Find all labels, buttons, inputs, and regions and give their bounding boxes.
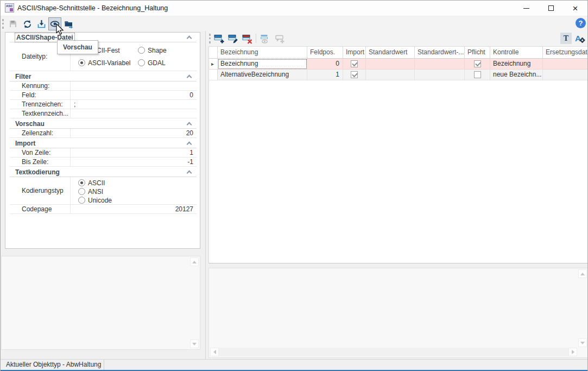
- import-checkbox[interactable]: [351, 71, 358, 78]
- column-header-standardwert2[interactable]: Standardwert-...: [415, 47, 465, 59]
- zeilenzahl-field[interactable]: 20: [71, 129, 197, 137]
- title-bar: ASC ASCII/Shape-Schnittstelle - Bezeichn…: [1, 1, 587, 16]
- scroll-down-button[interactable]: [578, 338, 587, 347]
- collapse-chevron-icon[interactable]: [187, 36, 192, 41]
- horizontal-scrollbar[interactable]: [210, 348, 577, 356]
- column-header-pflicht[interactable]: Pflicht: [465, 47, 490, 59]
- trennzeichen-row: Trennzeichen: ;: [10, 100, 197, 109]
- minimize-icon: [523, 8, 529, 9]
- collapse-chevron-icon[interactable]: [187, 75, 192, 80]
- vertical-scrollbar[interactable]: [189, 257, 199, 348]
- section-header-import[interactable]: Import: [10, 139, 197, 148]
- scroll-right-button[interactable]: [568, 348, 577, 356]
- trennzeichen-field[interactable]: ;: [71, 100, 197, 109]
- cell-pflicht[interactable]: [465, 70, 490, 80]
- pflicht-checkbox[interactable]: [474, 71, 481, 78]
- section-title: Import: [15, 139, 35, 148]
- zeilenzahl-label: Zeilenzahl:: [10, 129, 71, 137]
- cell-kontrolle[interactable]: Bezeichnung: [490, 59, 543, 70]
- section-header-ascii-shape-datei[interactable]: ASCII/Shape-Datei: [10, 33, 197, 42]
- radio-ascii[interactable]: ASCII: [78, 179, 105, 187]
- scroll-up-button[interactable]: [190, 257, 199, 266]
- cell-feldpos[interactable]: 0: [307, 59, 343, 70]
- trennzeichen-label: Trennzeichen:: [10, 100, 71, 109]
- cell-standardwert[interactable]: [366, 59, 415, 70]
- codepage-field[interactable]: 20127: [71, 205, 197, 213]
- column-header-kontrolle[interactable]: Kontrolle: [490, 47, 543, 59]
- column-header-bezeichnung[interactable]: Bezeichnung: [218, 47, 307, 59]
- status-separator: [104, 360, 104, 370]
- panel-splitter[interactable]: [205, 31, 206, 359]
- cell-bezeichnung[interactable]: Bezeichnung: [218, 59, 307, 70]
- cell-import[interactable]: [343, 70, 366, 80]
- table-row[interactable]: ▸ Bezeichnung 0 Bezeichnung: [209, 59, 588, 70]
- radio-unicode[interactable]: Unicode: [78, 196, 112, 204]
- von-zeile-field[interactable]: 1: [71, 148, 197, 157]
- help-button[interactable]: ?: [576, 18, 586, 28]
- app-icon-label: ASC: [6, 4, 13, 8]
- toolbar-drag-handle[interactable]: [2, 19, 4, 29]
- section-header-filter[interactable]: Filter: [10, 72, 197, 81]
- cell-kontrolle[interactable]: neue Bezeichn...: [490, 70, 543, 80]
- close-button[interactable]: ×: [563, 1, 587, 16]
- vertical-scrollbar[interactable]: [578, 269, 587, 347]
- grid-header-row: Bezeichnung Feldpos. Import Standardwert…: [209, 47, 588, 59]
- section-ascii-shape-datei: ASCII/Shape-Datei Dateityp: ASCII-Fest S…: [5, 33, 200, 71]
- cell-import[interactable]: [343, 59, 366, 70]
- preview-rows-button[interactable]: [258, 32, 271, 45]
- scroll-up-button[interactable]: [578, 269, 587, 278]
- radio-label: Shape: [148, 46, 167, 55]
- save-button[interactable]: [7, 17, 20, 30]
- radio-ascii-variabel[interactable]: ASCII-Variabel: [78, 59, 130, 67]
- cell-standardwert[interactable]: [366, 70, 415, 80]
- cell-pflicht[interactable]: [465, 59, 490, 70]
- textkennzeichen-field[interactable]: [71, 109, 197, 118]
- attribute-settings-button[interactable]: A: [573, 32, 586, 45]
- grid-toolbar-drag-handle[interactable]: [209, 34, 211, 43]
- radio-icon: [138, 47, 145, 54]
- column-header-standardwert[interactable]: Standardwert: [366, 47, 415, 59]
- cell-ersetzungsdaten[interactable]: [543, 59, 588, 70]
- bis-zeile-field[interactable]: -1: [71, 158, 197, 166]
- add-row-button[interactable]: [212, 32, 225, 45]
- collapse-chevron-icon[interactable]: [187, 142, 192, 147]
- cell-feldpos[interactable]: 1: [307, 70, 343, 80]
- scroll-left-button[interactable]: [210, 348, 219, 356]
- collapse-chevron-icon[interactable]: [187, 122, 192, 128]
- kennung-field[interactable]: [71, 81, 197, 90]
- maximize-button[interactable]: [539, 1, 563, 16]
- section-header-textkodierung[interactable]: Textkodierung: [10, 168, 197, 177]
- section-title: Filter: [15, 72, 31, 81]
- radio-shape[interactable]: Shape: [138, 46, 167, 54]
- cell-standardwert2[interactable]: [415, 59, 465, 70]
- column-header-feldpos[interactable]: Feldpos.: [307, 47, 343, 59]
- column-header-import[interactable]: Import: [343, 47, 366, 59]
- delete-row-button[interactable]: [241, 32, 254, 45]
- refresh-button[interactable]: [21, 17, 34, 30]
- cell-standardwert2[interactable]: [415, 70, 465, 80]
- export-folder-icon: [64, 19, 74, 29]
- import-checkbox[interactable]: [351, 60, 358, 67]
- scroll-up-icon: [580, 273, 585, 275]
- feld-label: Feld:: [10, 91, 71, 99]
- import-button[interactable]: [35, 17, 48, 30]
- row-indicator-header: [209, 47, 218, 59]
- pflicht-checkbox[interactable]: [474, 60, 481, 67]
- text-column-button[interactable]: T: [560, 33, 572, 44]
- table-row[interactable]: AlternativeBezeichnung 1 neue Bezeichn..…: [209, 70, 588, 80]
- preview-rows-icon: [260, 34, 270, 44]
- scroll-down-button[interactable]: [190, 339, 199, 348]
- edit-row-button[interactable]: [226, 32, 239, 45]
- radio-gdal[interactable]: GDAL: [138, 59, 166, 67]
- radio-label: GDAL: [148, 59, 166, 67]
- feld-field[interactable]: 0: [71, 91, 197, 99]
- add-note-button[interactable]: [273, 32, 286, 45]
- cell-bezeichnung[interactable]: AlternativeBezeichnung: [218, 70, 307, 80]
- minimize-button[interactable]: [514, 1, 539, 16]
- cell-ersetzungsdaten[interactable]: [543, 70, 588, 80]
- radio-ansi[interactable]: ANSI: [78, 187, 103, 196]
- column-header-ersetzungsdaten[interactable]: Ersetzungsdaten: [543, 47, 588, 59]
- feld-row: Feld: 0: [10, 91, 197, 100]
- section-header-vorschau[interactable]: Vorschau: [10, 120, 197, 129]
- collapse-chevron-icon[interactable]: [187, 171, 192, 176]
